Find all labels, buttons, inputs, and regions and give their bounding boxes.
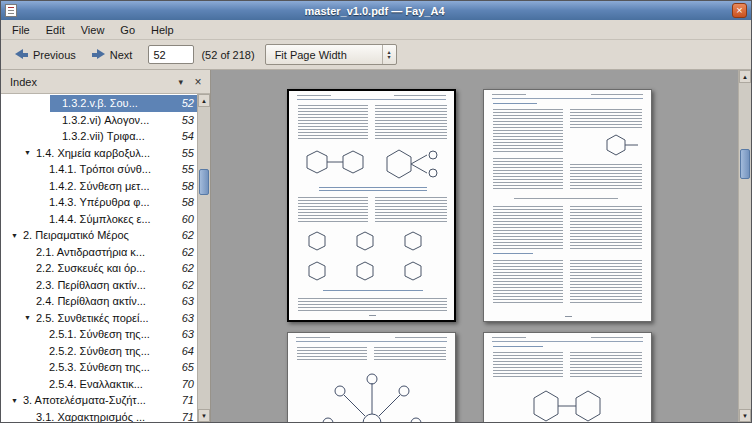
chem-figure-icon	[303, 145, 367, 183]
menu-edit[interactable]: Edit	[38, 22, 73, 38]
toc-item[interactable]: 1.4.4. Σύμπλοκες ε...60	[1, 211, 197, 228]
toc-item[interactable]: 2.5.2. Σύνθεση της...64	[1, 343, 197, 360]
toc-item[interactable]: 1.4.2. Σύνθεση μετ...58	[1, 178, 197, 195]
page-decoration	[374, 347, 446, 361]
zoom-spinner[interactable]: ▴ ▾	[382, 45, 396, 64]
expander-icon[interactable]: ▼	[24, 314, 36, 321]
expander-icon[interactable]: ▼	[24, 149, 36, 156]
toc-item-label: 2.2. Συσκευές και όρ...	[36, 262, 173, 274]
page-thumbnail[interactable]	[483, 332, 652, 422]
toc-item[interactable]: 2.4. Περίθλαση ακτίν...63	[1, 293, 197, 310]
next-button[interactable]: Next	[84, 45, 141, 65]
radial-scheme-icon	[316, 367, 428, 422]
toc-item[interactable]: 2.2. Συσκευές και όρ...62	[1, 260, 197, 277]
go-next-icon	[92, 49, 105, 60]
menu-go[interactable]: Go	[112, 22, 143, 38]
scroll-down-button[interactable]: ▼	[739, 409, 751, 422]
toc-item-page-number: 62	[178, 246, 194, 258]
toc-item-label: 2.5.3. Σύνθεση της...	[49, 361, 173, 373]
menu-view[interactable]: View	[73, 22, 113, 38]
toc-item-page-number: 55	[178, 163, 194, 175]
toc-item-inner: ▼1.4. Χημεία καρβοξυλ...55	[24, 145, 197, 162]
page-number-input[interactable]	[148, 45, 194, 64]
close-button[interactable]: ×	[732, 3, 747, 18]
toc-item[interactable]: 2.5.3. Σύνθεση της...65	[1, 359, 197, 376]
toc-item-label: 2.5.2. Σύνθεση της...	[49, 345, 173, 357]
toolbar: Previous Next (52 of 218) Fit Page Width…	[1, 40, 751, 70]
main-scroll-track[interactable]	[739, 83, 751, 409]
expander-icon[interactable]: ▼	[11, 232, 23, 239]
sidebar-scroll-track[interactable]	[198, 107, 210, 409]
toc-item-label: 3. Αποτελέσματα-Συζήτ...	[23, 394, 173, 406]
toc-item[interactable]: ▼3. Αποτελέσματα-Συζήτ...71	[1, 392, 197, 409]
toc-item-label: 1.4.2. Σύνθεση μετ...	[49, 180, 173, 192]
toc-item-label: 1.4.3. Υπέρυθρα φ...	[49, 196, 173, 208]
toc-item[interactable]: 3.1. Χαρακτηρισμός ...71	[1, 409, 197, 423]
expander-icon[interactable]: ▼	[11, 397, 23, 404]
menu-help[interactable]: Help	[143, 22, 182, 38]
chevron-down-icon: ▾	[178, 77, 183, 87]
page-decoration	[297, 347, 367, 361]
page-thumbnail-current[interactable]	[287, 89, 456, 322]
page-decoration	[298, 298, 447, 312]
main-scrollbar[interactable]: ▲ ▼	[738, 70, 751, 422]
sidebar-close-icon: ×	[194, 75, 201, 89]
page-thumbnail[interactable]	[483, 89, 652, 322]
pdf-viewer-window: master_v1.0.pdf — Fay_A4 × FileEditViewG…	[0, 0, 752, 423]
scroll-up-button[interactable]: ▲	[739, 70, 751, 83]
page-decoration	[493, 206, 563, 250]
toc-item[interactable]: ▼2. Πειραματικό Μέρος62	[1, 227, 197, 244]
toc-item-inner: 2.1. Αντιδραστήρια κ...62	[24, 244, 197, 261]
scroll-down-button[interactable]: ▼	[198, 409, 210, 422]
page-number-mark	[369, 315, 376, 316]
toc-item-page-number: 62	[178, 279, 194, 291]
toc-item-page-number: 63	[178, 328, 194, 340]
toc-item-page-number: 54	[178, 130, 194, 142]
toc-item[interactable]: 2.5.1. Σύνθεση της...63	[1, 326, 197, 343]
page-thumbnail[interactable]	[287, 332, 456, 422]
sidebar-close-button[interactable]: ×	[189, 75, 207, 89]
toc-item[interactable]: 1.4.1. Τρόποι σύνθ...55	[1, 161, 197, 178]
titlebar[interactable]: master_v1.0.pdf — Fay_A4 ×	[1, 1, 751, 20]
page-decoration	[297, 95, 331, 97]
page-decoration	[570, 206, 642, 250]
sidebar-view-selector[interactable]: Index ▾	[4, 76, 189, 88]
page-decoration	[492, 94, 526, 96]
toc-item[interactable]: ▼2.5. Συνθετικές πορεί...63	[1, 310, 197, 327]
window-title: master_v1.0.pdf — Fay_A4	[21, 5, 728, 17]
pages-canvas[interactable]	[211, 70, 738, 422]
page-decoration	[570, 164, 642, 190]
toc-item[interactable]: 1.3.2.v.β. Σου...52	[1, 95, 197, 112]
toc-item-page-number: 62	[178, 262, 194, 274]
toc-item-label: 1.3.2.vi) Αλογον...	[62, 114, 173, 126]
scroll-up-icon: ▲	[201, 98, 207, 104]
toc-item-page-number: 63	[178, 295, 194, 307]
page-count-label: (52 of 218)	[201, 49, 254, 61]
toc-item-page-number: 58	[178, 180, 194, 192]
zoom-combobox[interactable]: Fit Page Width ▴ ▾	[265, 44, 397, 65]
previous-button[interactable]: Previous	[7, 45, 84, 65]
scroll-up-button[interactable]: ▲	[198, 94, 210, 107]
toc-item[interactable]: 1.4.3. Υπέρυθρα φ...58	[1, 194, 197, 211]
spin-down-icon: ▾	[388, 55, 391, 60]
toc-item[interactable]: 1.3.2.vii) Τριφα...54	[1, 128, 197, 145]
toc-item-page-number: 63	[178, 312, 194, 324]
page-decoration	[492, 341, 643, 342]
menu-file[interactable]: File	[4, 22, 38, 38]
toc-item[interactable]: 2.5.4. Εναλλακτικ...70	[1, 376, 197, 393]
toc-item[interactable]: 2.3. Περίθλαση ακτίν...62	[1, 277, 197, 294]
toc-item-label: 2.3. Περίθλαση ακτίν...	[36, 279, 173, 291]
page-decoration	[375, 105, 447, 140]
toc-item[interactable]: 1.3.2.vi) Αλογον...53	[1, 112, 197, 129]
toc-item-inner: 2.3. Περίθλαση ακτίν...62	[24, 277, 197, 294]
main-scroll-thumb[interactable]	[740, 149, 750, 179]
sidebar-scrollbar[interactable]: ▲ ▼	[197, 94, 210, 422]
toc-list: 1.3.2.v.β. Σου...521.3.2.vi) Αλογον...53…	[1, 94, 197, 422]
page-number-mark	[565, 316, 572, 317]
sidebar-scroll-thumb[interactable]	[199, 169, 209, 195]
toc-item[interactable]: ▼1.4. Χημεία καρβοξυλ...55	[1, 145, 197, 162]
chem-figure-grid-icon	[303, 229, 443, 287]
toc-item[interactable]: 2.1. Αντιδραστήρια κ...62	[1, 244, 197, 261]
toc-item-label: 2.5.1. Σύνθεση της...	[49, 328, 173, 340]
toc-item-inner: 2.5.2. Σύνθεση της...64	[37, 343, 197, 360]
